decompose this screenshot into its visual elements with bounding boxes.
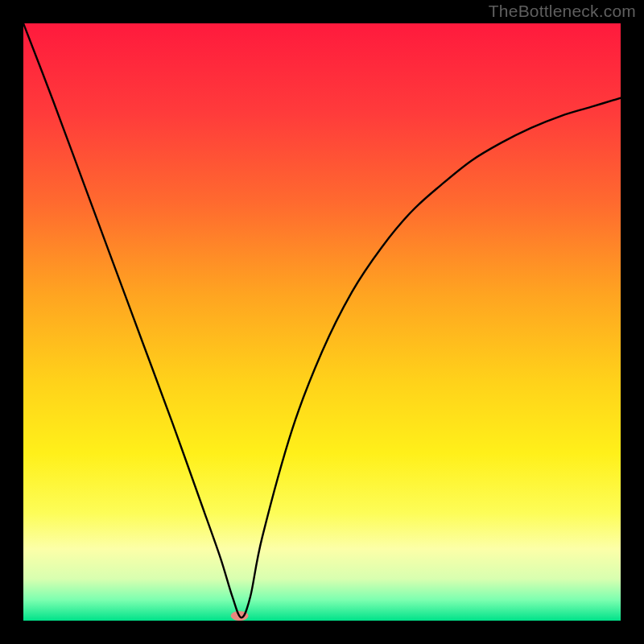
plot-area	[23, 23, 621, 621]
gradient-background	[23, 23, 621, 621]
chart-svg	[23, 23, 621, 621]
watermark-text: TheBottleneck.com	[489, 2, 636, 21]
chart-frame: TheBottleneck.com	[0, 0, 644, 644]
